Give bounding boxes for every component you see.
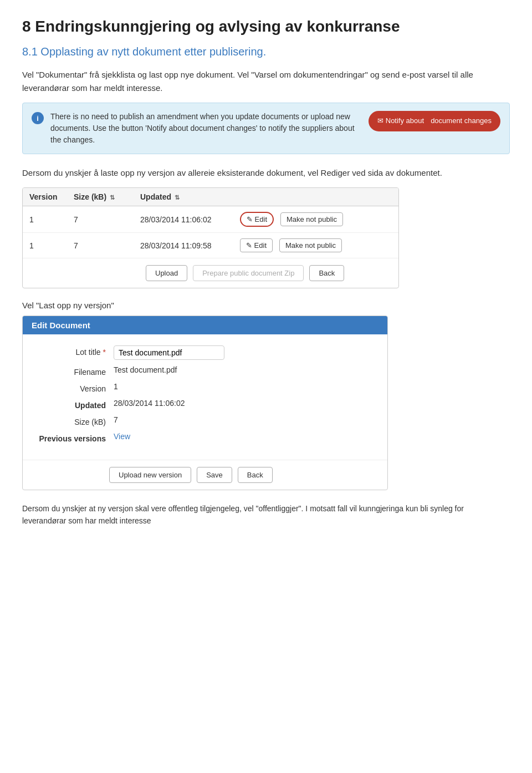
row1-version: 1 — [29, 215, 74, 224]
form-row-lot-title: Lot title * — [36, 345, 374, 360]
row2-make-not-public-button[interactable]: Make not public — [279, 238, 342, 252]
row2-actions: ✎ Edit Make not public — [240, 238, 392, 252]
prev-versions-value: View — [114, 432, 374, 441]
row2-size: 7 — [74, 241, 140, 250]
edit-document-body: Lot title * Filename Test document.pdf V… — [23, 334, 387, 460]
col-header-size: Size (kB) ⇅ — [74, 192, 140, 201]
version-value: 1 — [114, 382, 374, 391]
info-box: i There is no need to publish an amendme… — [22, 103, 510, 154]
required-marker: * — [103, 348, 106, 357]
table-upload-button[interactable]: Upload — [146, 265, 187, 281]
table-back-button[interactable]: Back — [309, 265, 344, 281]
prev-versions-view-link[interactable]: View — [114, 432, 130, 441]
row1-actions: ✎ Edit Make not public — [240, 212, 392, 227]
form-row-filename: Filename Test document.pdf — [36, 365, 374, 377]
table-row: 1 7 28/03/2014 11:09:58 ✎ Edit Make not … — [23, 233, 398, 258]
row1-size: 7 — [74, 215, 140, 224]
row2-updated: 28/03/2014 11:09:58 — [140, 241, 240, 250]
version-label: Version — [36, 382, 114, 393]
page-title: 8 Endringskunngjering og avlysing av kon… — [22, 18, 510, 35]
paragraph-1: Vel "Dokumentar" frå sjekklista og last … — [22, 68, 510, 95]
table-header: Version Size (kB) ⇅ Updated ⇅ — [23, 188, 398, 206]
form-row-prev-versions: Previous versions View — [36, 432, 374, 443]
edit-document-panel: Edit Document Lot title * Filename Test … — [22, 316, 388, 490]
edit-document-footer: Upload new version Save Back — [23, 460, 387, 490]
col-header-updated: Updated ⇅ — [140, 192, 240, 201]
notify-about-document-changes-button[interactable]: ✉ Notify about document changes — [369, 111, 500, 131]
col-header-version: Version — [29, 192, 74, 201]
notify-btn-line2: document changes — [431, 116, 492, 126]
form-row-version: Version 1 — [36, 382, 374, 393]
lot-title-value — [114, 345, 374, 360]
edit-back-button[interactable]: Back — [238, 467, 273, 483]
col-header-actions — [240, 192, 392, 201]
bottom-paragraph: Dersom du ynskjer at ny versjon skal ver… — [22, 502, 499, 527]
table-footer: Upload Prepare public document Zip Back — [23, 258, 398, 288]
table-row: 1 7 28/03/2014 11:06:02 ✎ Edit Make not … — [23, 206, 398, 233]
lot-title-input[interactable] — [114, 345, 224, 360]
paragraph-2: Dersom du ynskjer å laste opp ny versjon… — [22, 166, 510, 180]
form-row-size: Size (kB) 7 — [36, 415, 374, 426]
lot-title-label: Lot title * — [36, 345, 114, 357]
save-button[interactable]: Save — [197, 467, 232, 483]
vel-label: Vel "Last opp ny versjon" — [22, 301, 510, 310]
prev-versions-label: Previous versions — [36, 432, 114, 443]
updated-label: Updated — [36, 399, 114, 410]
form-row-updated: Updated 28/03/2014 11:06:02 — [36, 399, 374, 410]
row2-edit-button[interactable]: ✎ Edit — [240, 238, 273, 252]
updated-value: 28/03/2014 11:06:02 — [114, 399, 374, 408]
prepare-public-zip-button[interactable]: Prepare public document Zip — [193, 265, 304, 281]
row1-make-not-public-button[interactable]: Make not public — [280, 212, 343, 226]
size-value: 7 — [114, 415, 374, 424]
section-title: 8.1 Opplasting av nytt dokument etter pu… — [22, 45, 510, 58]
document-table: Version Size (kB) ⇅ Updated ⇅ 1 7 28/03/… — [22, 187, 399, 288]
size-sort-icon[interactable]: ⇅ — [110, 194, 115, 201]
info-icon: i — [32, 112, 44, 124]
row1-updated: 28/03/2014 11:06:02 — [140, 215, 240, 224]
filename-label: Filename — [36, 365, 114, 377]
edit-document-header: Edit Document — [23, 316, 387, 334]
info-box-text: There is no need to publish an amendment… — [50, 111, 362, 146]
updated-sort-icon[interactable]: ⇅ — [175, 194, 180, 201]
size-label: Size (kB) — [36, 415, 114, 426]
filename-value: Test document.pdf — [114, 365, 374, 374]
upload-new-version-button[interactable]: Upload new version — [109, 467, 191, 483]
notify-btn-line1: ✉ Notify about — [377, 116, 424, 126]
row1-edit-button[interactable]: ✎ Edit — [240, 212, 274, 227]
row2-version: 1 — [29, 241, 74, 250]
